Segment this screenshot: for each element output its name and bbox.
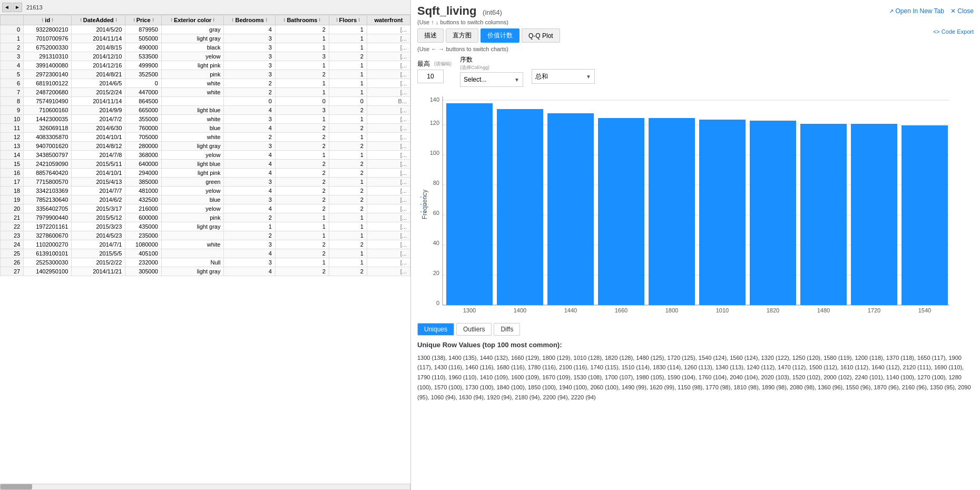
table-row[interactable]: 2 6752000330 2014/8/15 490000 black 3 1 … bbox=[1, 43, 410, 52]
table-row[interactable]: 1 7010700976 2014/11/14 505000 light gra… bbox=[1, 34, 410, 43]
cell-waterfront: [... bbox=[367, 79, 410, 88]
horizontal-scrollbar[interactable] bbox=[0, 484, 410, 490]
nav-prev-button[interactable]: ◄ bbox=[2, 3, 12, 12]
cell-baths: 2 bbox=[275, 204, 329, 213]
table-row[interactable]: 8 7574910490 2014/11/14 864500 0 0 0 B..… bbox=[1, 97, 410, 106]
col-header-bedrooms[interactable]: ⁞Bedrooms⁞ bbox=[224, 15, 276, 25]
col-header-waterfront[interactable]: waterfront bbox=[367, 15, 410, 25]
col-header-bathrooms[interactable]: ⁞Bathrooms⁞ bbox=[275, 15, 329, 25]
cell-id: 1442300035 bbox=[24, 115, 72, 124]
svg-text:20: 20 bbox=[433, 270, 439, 276]
cell-date: 2014/7/7 bbox=[72, 187, 125, 195]
col-header-dateadded[interactable]: ⁞DateAdded⁞ bbox=[72, 15, 125, 25]
table-row[interactable]: 4 3991400080 2014/12/16 499900 light pin… bbox=[1, 61, 410, 70]
max-value-input[interactable] bbox=[417, 70, 444, 83]
cell-id: 9322800210 bbox=[24, 25, 72, 34]
tab-describe[interactable]: 描述 bbox=[417, 28, 444, 43]
bar-1720[interactable] bbox=[851, 124, 897, 305]
table-row[interactable]: 14 3438500797 2014/7/8 368000 yelow 4 1 … bbox=[1, 151, 410, 160]
bar-1300[interactable] bbox=[446, 103, 493, 305]
cell-beds: 4 bbox=[224, 169, 276, 178]
table-row[interactable]: 24 1102000270 2014/7/1 1080000 white 3 2… bbox=[1, 240, 410, 249]
close-button[interactable]: ✕ Close bbox=[950, 7, 974, 15]
agg-dropdown-arrow-icon: ▼ bbox=[586, 74, 591, 80]
cell-index: 26 bbox=[1, 258, 24, 267]
tab-value-count[interactable]: 价值计数 bbox=[481, 28, 520, 43]
col-header-floors[interactable]: ⁞Floors⁞ bbox=[329, 15, 367, 25]
svg-text:140: 140 bbox=[430, 96, 439, 103]
bar-1820[interactable] bbox=[750, 121, 796, 305]
cell-price: 355000 bbox=[125, 115, 162, 124]
cell-date: 2014/11/21 bbox=[72, 267, 125, 276]
cell-beds: 4 bbox=[224, 267, 276, 276]
select-col-agg-dropdown[interactable]: Select... ▼ bbox=[460, 72, 523, 87]
cell-price: 0 bbox=[125, 79, 162, 88]
bar-1540[interactable] bbox=[901, 125, 948, 305]
table-row[interactable]: 25 6139100101 2015/5/5 405100 4 2 1 [... bbox=[1, 249, 410, 258]
agg-dropdown[interactable]: 总和 ▼ bbox=[532, 69, 595, 84]
cell-baths: 2 bbox=[275, 195, 329, 204]
cell-color: white bbox=[161, 88, 224, 97]
table-row[interactable]: 11 326069118 2014/6/30 760000 blue 4 2 2… bbox=[1, 124, 410, 133]
col-header-id[interactable]: ⁞id⁞ bbox=[24, 15, 72, 25]
table-row[interactable]: 27 1402950100 2014/11/21 305000 light gr… bbox=[1, 267, 410, 276]
cell-index: 1 bbox=[1, 34, 24, 43]
cell-baths: 2 bbox=[275, 267, 329, 276]
col-header-exteriorcolor[interactable]: ⁞Exterior color⁞ bbox=[161, 15, 224, 25]
table-row[interactable]: 26 2525300030 2015/2/22 232000 Null 3 1 … bbox=[1, 258, 410, 267]
table-row[interactable]: 18 3342103369 2014/7/7 481000 yelow 4 2 … bbox=[1, 187, 410, 195]
frequency-chart: Frequency 0 20 40 60 80 100 120 140 bbox=[417, 91, 955, 318]
agg-label: 总和 bbox=[535, 72, 548, 81]
svg-text:80: 80 bbox=[433, 180, 439, 186]
tab-diffs[interactable]: Diffs bbox=[494, 323, 520, 336]
bar-1480[interactable] bbox=[800, 124, 847, 305]
tab-outliers[interactable]: Outliers bbox=[456, 323, 492, 336]
cell-waterfront: [... bbox=[367, 240, 410, 249]
table-row[interactable]: 15 2421059090 2015/5/11 640000 light blu… bbox=[1, 160, 410, 169]
table-row[interactable]: 16 8857640420 2014/10/1 294000 light pin… bbox=[1, 169, 410, 178]
table-row[interactable]: 21 7979900440 2015/5/12 600000 pink 2 1 … bbox=[1, 213, 410, 222]
cell-price: 1080000 bbox=[125, 240, 162, 249]
tab-uniques[interactable]: Uniques bbox=[417, 323, 454, 336]
stats-panel: Sqft_living (int64) ↗ Open In New Tab ✕ … bbox=[411, 0, 980, 490]
table-row[interactable]: 22 1972201161 2015/3/23 435000 light gra… bbox=[1, 222, 410, 231]
table-row[interactable]: 5 2972300140 2014/8/21 352500 pink 3 2 1… bbox=[1, 70, 410, 79]
table-row[interactable]: 13 9407001620 2014/8/12 280000 light gra… bbox=[1, 142, 410, 151]
cell-index: 5 bbox=[1, 70, 24, 79]
cell-baths: 1 bbox=[275, 213, 329, 222]
table-row[interactable]: 9 710600160 2014/9/9 665000 light blue 4… bbox=[1, 106, 410, 115]
cell-id: 6819100122 bbox=[24, 79, 72, 88]
table-wrapper[interactable]: ⁞id⁞ ⁞DateAdded⁞ ⁞Price⁞ ⁞Exterior color… bbox=[0, 15, 410, 483]
table-row[interactable]: 23 3278600670 2014/5/23 235000 2 1 1 [..… bbox=[1, 231, 410, 240]
cell-date: 2014/10/1 bbox=[72, 169, 125, 178]
bar-1010[interactable] bbox=[699, 120, 746, 305]
table-row[interactable]: 20 3356402705 2015/3/17 216000 yelow 4 2… bbox=[1, 204, 410, 213]
cell-beds: 3 bbox=[224, 43, 276, 52]
table-row[interactable]: 6 6819100122 2014/6/5 0 white 2 1 1 [... bbox=[1, 79, 410, 88]
table-row[interactable]: 17 7715800570 2015/4/13 385000 green 3 2… bbox=[1, 178, 410, 187]
cell-index: 9 bbox=[1, 106, 24, 115]
code-export-button[interactable]: <> Code Export bbox=[933, 28, 974, 43]
bar-1400[interactable] bbox=[497, 109, 543, 305]
svg-text:1800: 1800 bbox=[665, 307, 678, 313]
table-row[interactable]: 19 7852130640 2014/6/2 432500 blue 3 2 2… bbox=[1, 195, 410, 204]
table-row[interactable]: 3 291310310 2014/12/10 533500 yelow 3 3 … bbox=[1, 52, 410, 61]
cell-waterfront: [... bbox=[367, 52, 410, 61]
cell-color: blue bbox=[161, 195, 224, 204]
table-row[interactable]: 7 2487200680 2015/2/24 447000 white 2 1 … bbox=[1, 88, 410, 97]
bar-1440[interactable] bbox=[547, 113, 594, 305]
cell-beds: 4 bbox=[224, 151, 276, 160]
bar-1660[interactable] bbox=[598, 118, 644, 305]
table-row[interactable]: 12 4083305870 2014/10/1 705000 white 2 2… bbox=[1, 133, 410, 142]
dots-menu[interactable]: ⋮⋮⋮ bbox=[419, 193, 428, 215]
tab-qq-plot[interactable]: Q-Q Plot bbox=[522, 28, 560, 43]
col-header-price[interactable]: ⁞Price⁞ bbox=[125, 15, 162, 25]
table-row[interactable]: 10 1442300035 2014/7/2 355000 white 3 1 … bbox=[1, 115, 410, 124]
table-row[interactable]: 0 9322800210 2014/5/20 879950 gray 4 2 1… bbox=[1, 25, 410, 34]
nav-next-button[interactable]: ► bbox=[13, 3, 22, 12]
bar-1800[interactable] bbox=[649, 118, 695, 305]
tab-histogram[interactable]: 直方图 bbox=[446, 28, 478, 43]
open-in-tab-button[interactable]: ↗ Open In New Tab bbox=[889, 7, 944, 15]
seq-label: 序数 bbox=[460, 56, 473, 63]
col-header-index[interactable] bbox=[1, 15, 24, 25]
